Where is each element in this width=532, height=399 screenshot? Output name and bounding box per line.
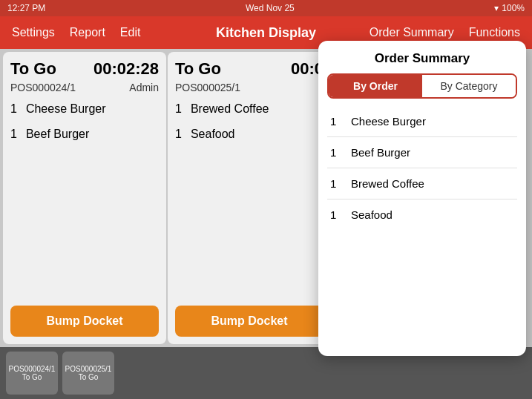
bump-docket-button-1[interactable]: Bump Docket (10, 306, 159, 337)
bump-docket-button-2[interactable]: Bump Docket (175, 306, 324, 337)
item-qty: 1 (10, 102, 17, 116)
docket-thumb-type-1: To Go (22, 373, 42, 381)
popup-item-name: Seafood (351, 208, 393, 221)
tab-by-category[interactable]: By Category (422, 75, 516, 97)
order-user-1: Admin (129, 82, 159, 93)
docket-thumb-type-2: To Go (79, 373, 99, 381)
item-qty: 1 (175, 128, 182, 141)
popup-list-item: 1 Seafood (327, 200, 517, 230)
tab-by-order[interactable]: By Order (329, 75, 422, 97)
docket-thumb-1[interactable]: POS000024/1 To Go (6, 352, 58, 395)
order-summary-popup: Order Summary By Order By Category 1 Che… (318, 41, 526, 356)
order-card-2: To Go 00:0 POS000025/1 1 Brewed Coffee 1… (168, 52, 331, 344)
order-items-1: 1 Cheese Burger 1 Beef Burger (10, 102, 159, 298)
wifi-icon: ▾ (494, 3, 499, 13)
docket-thumb-2[interactable]: POS000025/1 To Go (62, 352, 114, 395)
popup-tabs: By Order By Category (327, 73, 517, 99)
edit-button[interactable]: Edit (120, 26, 141, 39)
nav-left: Settings Report Edit (12, 26, 140, 39)
order-sub-2: POS000025/1 (175, 82, 324, 93)
item-name: Seafood (191, 128, 235, 141)
order-item: 1 Cheese Burger (10, 102, 159, 116)
popup-item-qty: 1 (330, 177, 342, 190)
order-pos-2: POS000025/1 (175, 82, 240, 93)
order-type-1: To Go (10, 59, 56, 79)
battery-icon: 100% (502, 3, 525, 13)
docket-thumb-pos-1: POS000024/1 (9, 365, 56, 373)
popup-item-qty: 1 (330, 146, 342, 159)
popup-list-item: 1 Brewed Coffee (327, 168, 517, 200)
popup-item-name: Brewed Coffee (351, 177, 424, 190)
order-sub-1: POS000024/1 Admin (10, 82, 159, 93)
report-button[interactable]: Report (70, 26, 105, 39)
order-item: 1 Seafood (175, 128, 324, 141)
functions-button[interactable]: Functions (469, 26, 520, 39)
item-qty: 1 (175, 102, 182, 116)
popup-title: Order Summary (318, 41, 526, 73)
order-type-2: To Go (175, 59, 221, 79)
order-timer-1: 00:02:28 (93, 59, 159, 79)
order-item: 1 Brewed Coffee (175, 102, 324, 116)
popup-empty-space (318, 237, 526, 356)
nav-title: Kitchen Display (216, 25, 316, 41)
popup-list-item: 1 Cheese Burger (327, 106, 517, 137)
settings-button[interactable]: Settings (12, 26, 55, 39)
popup-list-item: 1 Beef Burger (327, 137, 517, 168)
item-qty: 1 (10, 128, 17, 141)
order-card-1: To Go 00:02:28 POS000024/1 Admin 1 Chees… (3, 52, 166, 344)
order-item: 1 Beef Burger (10, 128, 159, 141)
item-name: Cheese Burger (26, 102, 106, 116)
order-pos-1: POS000024/1 (10, 82, 76, 93)
order-header-2: To Go 00:0 (175, 59, 324, 79)
nav-right: Order Summary Functions (370, 26, 520, 39)
status-date: Wed Nov 25 (246, 3, 295, 13)
status-time: 12:27 PM (7, 3, 45, 13)
docket-thumb-pos-2: POS000025/1 (65, 365, 112, 373)
order-header-1: To Go 00:02:28 (10, 59, 159, 79)
popup-item-qty: 1 (330, 115, 342, 128)
item-name: Brewed Coffee (191, 102, 269, 116)
item-name: Beef Burger (26, 128, 89, 141)
order-items-2: 1 Brewed Coffee 1 Seafood (175, 102, 324, 298)
popup-item-name: Beef Burger (351, 146, 410, 159)
popup-item-name: Cheese Burger (351, 115, 426, 128)
order-summary-button[interactable]: Order Summary (370, 26, 454, 39)
popup-list: 1 Cheese Burger 1 Beef Burger 1 Brewed C… (318, 106, 526, 237)
status-bar: 12:27 PM Wed Nov 25 ▾ 100% (0, 0, 532, 16)
popup-item-qty: 1 (330, 208, 342, 221)
